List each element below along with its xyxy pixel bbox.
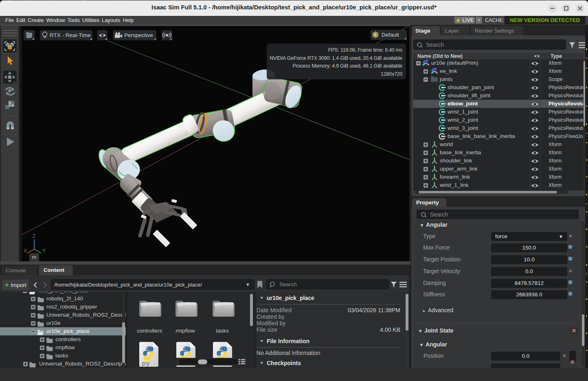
svg-text:py: py bbox=[142, 359, 150, 367]
svg-text:Z: Z bbox=[33, 233, 35, 239]
svg-text:X: X bbox=[24, 248, 27, 254]
svg-text:Y: Y bbox=[42, 248, 46, 254]
